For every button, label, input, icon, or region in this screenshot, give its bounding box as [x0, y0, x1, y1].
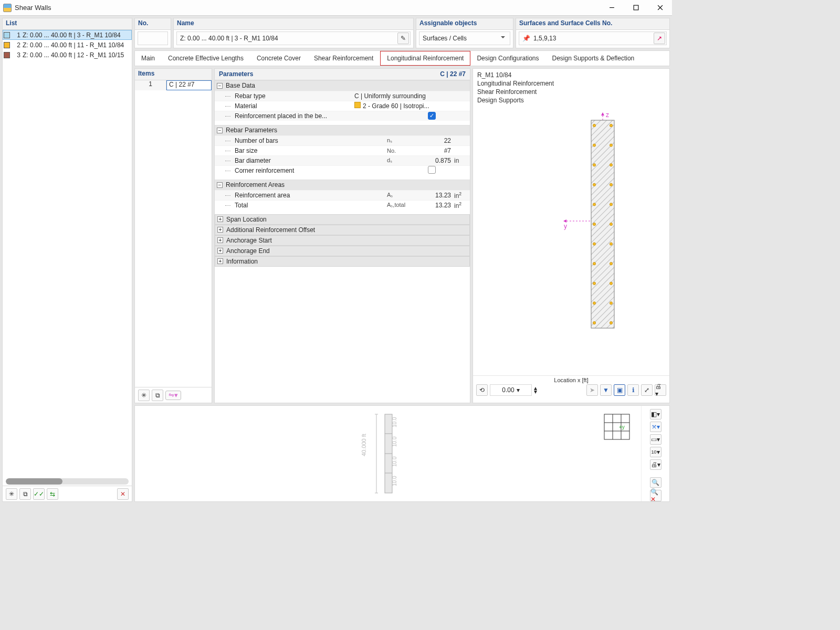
parameter-group[interactable]: +Information: [215, 256, 470, 267]
checkbox[interactable]: ✓: [428, 112, 436, 120]
tab-concrete-cover[interactable]: Concrete Cover: [250, 51, 308, 66]
viz-info: R_M1 10/84 Longitudinal Reinforcement Sh…: [473, 69, 669, 107]
parameter-group[interactable]: −Reinforcement Areas: [215, 180, 470, 190]
viz-scale-button[interactable]: ⤢: [641, 384, 653, 396]
no-input[interactable]: [138, 32, 168, 45]
expand-icon[interactable]: +: [217, 216, 223, 222]
parameter-row[interactable]: Number of barsnₛ22: [215, 135, 470, 145]
svg-rect-0: [634, 5, 638, 10]
expand-icon[interactable]: +: [217, 248, 223, 254]
tab-concrete-effective-lengths[interactable]: Concrete Effective Lengths: [162, 51, 250, 66]
parameter-row[interactable]: Corner reinforcement: [215, 165, 470, 175]
svg-text:y: y: [564, 223, 567, 230]
search-button[interactable]: 🔍: [650, 477, 662, 488]
svg-point-27: [593, 301, 595, 304]
material-swatch-icon: [354, 102, 361, 108]
name-input[interactable]: Z: 0.00 ... 40.00 ft | 3 - R_M1 10/84 ✎: [176, 32, 411, 45]
expand-icon[interactable]: +: [217, 227, 223, 233]
parameter-row[interactable]: TotalAₛ,total13.23in2: [215, 200, 470, 210]
parameter-row[interactable]: Reinforcement areaAₛ13.23in2: [215, 190, 470, 200]
svg-point-24: [610, 262, 612, 265]
collapse-icon[interactable]: −: [217, 128, 223, 133]
parameter-row[interactable]: Bar sizeNo.#7: [215, 145, 470, 155]
parameter-group[interactable]: −Rebar Parameters: [215, 125, 470, 135]
tab-design-supports-deflection[interactable]: Design Supports & Deflection: [546, 51, 642, 66]
svg-point-25: [593, 282, 595, 285]
check-list-button[interactable]: ✓✓: [33, 488, 45, 500]
clip-button[interactable]: ▭▾: [650, 434, 662, 445]
items-header: Items: [135, 69, 212, 80]
location-input[interactable]: 0.00 ▾: [490, 384, 532, 396]
sidebar-header: List: [3, 18, 132, 30]
svg-point-29: [593, 321, 595, 324]
svg-text:10.0: 10.0: [392, 436, 397, 447]
pick-surfaces-icon[interactable]: ↗: [654, 33, 665, 44]
close-button[interactable]: [648, 0, 672, 16]
list-item[interactable]: 2 Z: 0.00 ... 40.00 ft | 11 - R_M1 10/84: [3, 40, 132, 50]
svg-point-26: [610, 282, 612, 285]
svg-text:40.000 ft: 40.000 ft: [361, 434, 367, 456]
minimize-button[interactable]: [600, 0, 624, 16]
svg-point-23: [593, 262, 595, 265]
app-icon: [3, 4, 12, 12]
new-item-button[interactable]: ✳: [6, 488, 17, 500]
parameter-group[interactable]: +Anchorage End: [215, 246, 470, 256]
wall-elevation-graphic: 40.000 ft 10.0 10.0 10.0 10.0: [356, 409, 419, 498]
svg-point-18: [610, 203, 612, 205]
tab-main[interactable]: Main: [135, 51, 162, 66]
view-3d-button[interactable]: ◧▾: [650, 409, 662, 419]
viz-orient-button[interactable]: ▣: [614, 384, 625, 396]
collapse-icon[interactable]: −: [217, 83, 223, 89]
assignable-dropdown[interactable]: Surfaces / Cells: [419, 32, 510, 45]
parameter-row[interactable]: Material2 - Grade 60 | Isotropi...: [215, 101, 470, 111]
viz-filter-arrow-button[interactable]: ➤: [586, 384, 598, 396]
tab-longitudinal-reinforcement[interactable]: Longitudinal Reinforcement: [380, 51, 470, 66]
link-indicator-icon[interactable]: ⇋▾: [165, 391, 181, 400]
expand-icon[interactable]: +: [217, 258, 223, 264]
scale-10-button[interactable]: 10▾: [650, 447, 662, 457]
new-row-button[interactable]: ✳: [138, 390, 150, 401]
viz-refresh-button[interactable]: ⟲: [476, 384, 488, 396]
step-down-icon[interactable]: ▾: [534, 390, 537, 394]
print-section-button[interactable]: 🖨▾: [650, 459, 662, 470]
mini-axes-widget[interactable]: +y: [599, 409, 636, 446]
svg-point-22: [610, 243, 612, 245]
viz-print-button[interactable]: 🖨 ▾: [655, 384, 666, 396]
color-swatch-icon: [4, 32, 10, 38]
svg-point-10: [610, 124, 612, 127]
edit-name-icon[interactable]: ✎: [397, 33, 409, 44]
axes-button[interactable]: ⤧▾: [650, 422, 662, 432]
copy-item-button[interactable]: ⧉: [19, 488, 31, 500]
parameter-row[interactable]: Reinforcement placed in the be...✓: [215, 111, 470, 121]
checkbox[interactable]: [428, 166, 436, 174]
color-swatch-icon: [4, 42, 10, 48]
color-swatch-icon: [4, 52, 10, 58]
viz-filter-button[interactable]: ▼: [600, 384, 612, 396]
viz-info-button[interactable]: ℹ: [627, 384, 639, 396]
delete-item-button[interactable]: ✕: [117, 488, 129, 500]
clear-search-button[interactable]: 🔍✕: [650, 490, 662, 501]
parameter-group[interactable]: +Additional Reinforcement Offset: [215, 225, 470, 235]
parameter-row[interactable]: Rebar typeC | Uniformly surrounding: [215, 91, 470, 101]
tab-design-configurations[interactable]: Design Configurations: [470, 51, 545, 66]
copy-row-button[interactable]: ⧉: [152, 390, 163, 401]
name-label: Name: [174, 18, 413, 30]
parameter-group[interactable]: −Base Data: [215, 80, 470, 91]
collapse-icon[interactable]: −: [217, 182, 223, 188]
surfaces-label: Surfaces and Surface Cells No.: [516, 18, 669, 30]
parameter-row[interactable]: Bar diameterdₛ0.875in: [215, 155, 470, 165]
filter-list-button[interactable]: ⇆: [47, 488, 58, 500]
wall-cross-section-graphic: z y: [503, 111, 639, 331]
horizontal-scrollbar[interactable]: [6, 478, 129, 485]
expand-icon[interactable]: +: [217, 237, 223, 243]
svg-point-16: [610, 183, 612, 186]
parameter-group[interactable]: +Span Location: [215, 214, 470, 225]
list-item[interactable]: 3 Z: 0.00 ... 40.00 ft | 12 - R_M1 10/15: [3, 50, 132, 60]
parameter-group[interactable]: +Anchorage Start: [215, 235, 470, 246]
chevron-down-icon[interactable]: ▾: [517, 386, 520, 394]
tab-shear-reinforcement[interactable]: Shear Reinforcement: [308, 51, 380, 66]
surfaces-input[interactable]: 📌 1,5,9,13 ↗: [519, 32, 667, 45]
list-item[interactable]: 1 Z: 0.00 ... 40.00 ft | 3 - R_M1 10/84: [3, 30, 132, 40]
items-row[interactable]: 1 C | 22 #7: [135, 80, 212, 90]
maximize-button[interactable]: [624, 0, 648, 16]
